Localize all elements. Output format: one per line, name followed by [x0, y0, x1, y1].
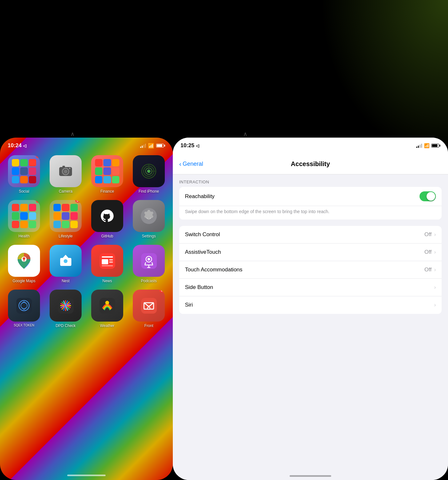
back-button[interactable]: ‹ General	[179, 160, 203, 168]
location-icon-left: ◁	[23, 143, 26, 148]
dpd-icon	[57, 297, 75, 315]
chevron-icon-2: ›	[434, 249, 436, 255]
app-news[interactable]: News	[90, 245, 125, 283]
app-lifestyle[interactable]: 344 Lifestyle	[48, 200, 83, 238]
interaction-group: Switch Control Off › AssistiveTouch Off …	[179, 226, 442, 314]
wifi-icon-right: 📶	[424, 143, 429, 148]
settings-icon	[140, 207, 158, 225]
svg-rect-42	[141, 298, 157, 314]
side-button-row[interactable]: Side Button ›	[179, 279, 442, 296]
swipe-hint-right: ∧	[243, 131, 247, 138]
svg-rect-18	[102, 256, 113, 258]
siri-row[interactable]: Siri ›	[179, 296, 442, 314]
app-find-iphone[interactable]: Find iPhone	[131, 155, 166, 194]
assistive-touch-value: Off ›	[424, 249, 436, 255]
badge-social: 3	[36, 155, 40, 158]
app-health[interactable]: 7 Health	[6, 200, 42, 238]
svg-point-4	[69, 168, 70, 169]
news-icon	[99, 252, 116, 270]
location-icon-right: ◁	[196, 143, 199, 148]
svg-rect-22	[102, 265, 113, 266]
svg-point-41	[105, 301, 109, 305]
app-finance[interactable]: Finance	[90, 155, 125, 194]
time-left: 10:24 ◁	[8, 142, 26, 149]
battery-right	[431, 144, 440, 148]
wifi-icon-left: 📶	[148, 143, 154, 149]
podcasts-icon	[140, 252, 158, 270]
settings-content: INTERACTION Reachability Swipe down on t…	[173, 174, 448, 480]
chevron-icon: ›	[434, 232, 436, 237]
app-front[interactable]: 60 Front	[131, 290, 166, 328]
time-right: 10:25 ◁	[180, 142, 199, 149]
siri-value: ›	[434, 302, 436, 308]
github-icon	[98, 206, 117, 226]
google-maps-icon	[14, 251, 34, 270]
status-icons-left: 📶	[140, 143, 165, 149]
page-title: Accessibility	[291, 160, 330, 168]
status-icons-right: 📶	[416, 143, 440, 148]
reachability-group: Reachability Swipe down on the bottom ed…	[179, 187, 442, 220]
badge-lifestyle: 344	[75, 200, 82, 203]
chevron-icon-5: ›	[434, 302, 436, 308]
side-button-value: ›	[434, 284, 436, 290]
phone-left: 10:24 ◁ 📶	[0, 138, 173, 480]
sqex-icon	[15, 297, 33, 315]
app-google-maps[interactable]: Google Maps	[6, 245, 42, 283]
chevron-icon-3: ›	[434, 267, 436, 273]
glow-decoration	[320, 0, 448, 160]
status-bar-left: 10:24 ◁ 📶	[0, 138, 173, 154]
svg-rect-20	[109, 259, 113, 260]
assistive-touch-row[interactable]: AssistiveTouch Off ›	[179, 244, 442, 261]
nav-bar: ‹ General Accessibility	[173, 154, 448, 174]
app-dpd[interactable]: DPD Check	[48, 290, 83, 328]
status-bar-right: 10:25 ◁ 📶	[173, 138, 448, 154]
touch-accommodations-row[interactable]: Touch Accommodations Off ›	[179, 261, 442, 279]
chevron-icon-4: ›	[434, 284, 436, 290]
nest-icon	[57, 252, 75, 270]
reachability-row[interactable]: Reachability	[179, 187, 442, 206]
touch-accommodations-value: Off ›	[424, 267, 436, 273]
svg-rect-19	[102, 259, 108, 264]
switch-control-row[interactable]: Switch Control Off ›	[179, 226, 442, 244]
camera-icon	[58, 163, 74, 179]
badge-health: 7	[36, 200, 40, 203]
home-indicator-right	[290, 475, 331, 477]
app-settings[interactable]: Settings	[131, 200, 166, 238]
app-nest[interactable]: Nest	[48, 245, 83, 283]
switch-control-value: Off ›	[424, 231, 436, 238]
app-camera[interactable]: Camera	[48, 155, 83, 194]
svg-rect-3	[62, 166, 65, 167]
svg-point-16	[64, 259, 68, 263]
battery-left	[156, 144, 165, 148]
svg-point-2	[64, 170, 68, 173]
reachability-description: Swipe down on the bottom edge of the scr…	[179, 206, 442, 220]
phone-right: 10:25 ◁ 📶 ‹ General Accessibility	[173, 138, 448, 480]
front-icon	[140, 297, 158, 315]
app-social[interactable]: 3 Social	[6, 155, 42, 194]
app-weather[interactable]: Weather	[90, 290, 125, 328]
app-grid-left: 3 Social	[6, 155, 166, 448]
app-podcasts[interactable]: Podcasts	[131, 245, 166, 283]
swipe-hint-left: ∧	[70, 131, 75, 138]
app-github[interactable]: GitHub	[90, 200, 125, 238]
weather-icon	[99, 297, 116, 315]
signal-right	[416, 144, 422, 148]
section-header-interaction: INTERACTION	[173, 174, 448, 187]
svg-point-25	[148, 258, 150, 260]
svg-point-14	[23, 257, 25, 260]
reachability-toggle[interactable]	[420, 191, 436, 201]
app-sqex[interactable]: SQEX TOKEN	[6, 290, 42, 328]
badge-front: 60	[159, 290, 165, 292]
signal-left	[140, 144, 146, 148]
home-indicator-left	[67, 475, 106, 476]
svg-rect-21	[109, 261, 113, 263]
radar-icon	[140, 163, 158, 180]
